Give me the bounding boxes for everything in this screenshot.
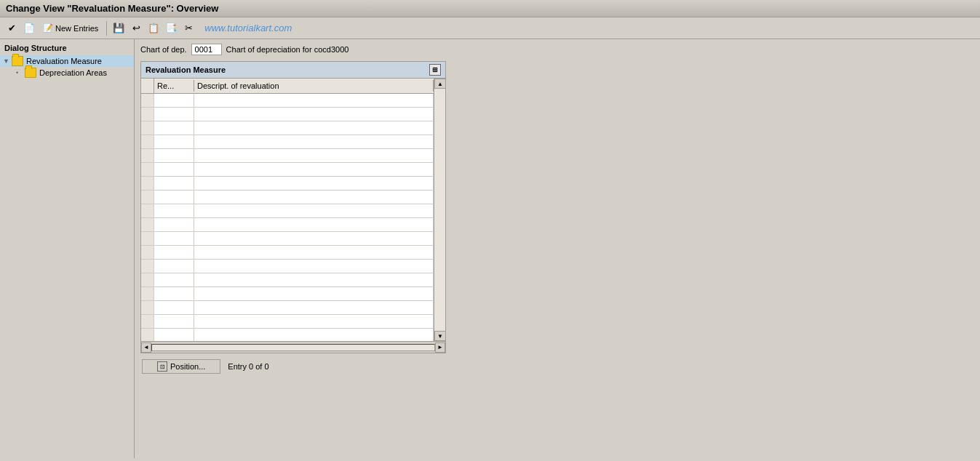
row-cell-re[interactable] (154, 246, 194, 259)
row-selector[interactable] (141, 232, 154, 245)
row-selector[interactable] (141, 273, 154, 286)
row-cell-re[interactable] (154, 218, 194, 231)
row-cell-re[interactable] (154, 108, 194, 121)
row-cell-re[interactable] (154, 121, 194, 135)
check-icon[interactable]: ✔ (4, 21, 19, 36)
paste-icon[interactable]: 📑 (164, 21, 178, 36)
row-selector[interactable] (141, 287, 154, 300)
table-row (141, 329, 434, 341)
save-icon[interactable]: 💾 (111, 21, 126, 36)
row-selector[interactable] (141, 204, 154, 217)
watermark: www.tutorialkart.com (204, 23, 292, 33)
row-cell-desc[interactable] (194, 287, 434, 300)
row-cell-re[interactable] (154, 315, 194, 328)
row-cell-re[interactable] (154, 260, 194, 273)
document-icon[interactable]: 📄 (22, 21, 36, 36)
sidebar: Dialog Structure ▼ Revaluation Measure •… (0, 39, 135, 458)
row-selector[interactable] (141, 191, 154, 204)
row-cell-desc[interactable] (194, 94, 434, 107)
table-row (141, 191, 434, 204)
table-row (141, 108, 434, 121)
hscroll-right-btn[interactable]: ► (435, 342, 445, 353)
row-selector[interactable] (141, 121, 154, 135)
col-header-row: Re... Descript. of revaluation (141, 79, 434, 94)
row-selector[interactable] (141, 135, 154, 148)
sidebar-item-revaluation[interactable]: ▼ Revaluation Measure (0, 55, 134, 67)
table-title-bar: Revaluation Measure ⊞ (141, 62, 445, 79)
row-selector[interactable] (141, 218, 154, 231)
row-selector[interactable] (141, 149, 154, 162)
scroll-down-btn[interactable]: ▼ (434, 331, 446, 341)
position-button-label: Position... (170, 362, 205, 371)
table-row (141, 273, 434, 287)
row-cell-desc[interactable] (194, 315, 434, 328)
row-cell-re[interactable] (154, 273, 194, 286)
row-cell-re[interactable] (154, 287, 194, 300)
revaluation-table: Revaluation Measure ⊞ Re... Descript. of… (140, 61, 446, 353)
row-cell-desc[interactable] (194, 163, 434, 176)
folder-icon-revaluation (12, 56, 23, 66)
vertical-scrollbar[interactable]: ▲ ▼ (434, 79, 445, 341)
hscroll-track[interactable] (151, 344, 435, 351)
row-cell-re[interactable] (154, 177, 194, 190)
row-cell-desc[interactable] (194, 260, 434, 273)
row-cell-desc[interactable] (194, 329, 434, 341)
row-selector[interactable] (141, 246, 154, 259)
row-selector[interactable] (141, 329, 154, 341)
row-cell-desc[interactable] (194, 121, 434, 135)
sidebar-item-depreciation-label: Depreciation Areas (39, 68, 107, 77)
scroll-track-v[interactable] (434, 89, 445, 331)
row-cell-re[interactable] (154, 94, 194, 107)
table-row (141, 177, 434, 191)
row-cell-re[interactable] (154, 204, 194, 217)
folder-icon-depreciation (25, 68, 36, 78)
row-cell-re[interactable] (154, 191, 194, 204)
row-cell-desc[interactable] (194, 246, 434, 259)
copy-icon[interactable]: 📋 (146, 21, 161, 36)
row-cell-desc[interactable] (194, 204, 434, 217)
chart-field[interactable]: 0001 (191, 44, 222, 55)
row-cell-desc[interactable] (194, 218, 434, 231)
row-cell-desc[interactable] (194, 108, 434, 121)
table-row (141, 287, 434, 301)
row-cell-desc[interactable] (194, 301, 434, 314)
row-cell-re[interactable] (154, 232, 194, 245)
new-entries-button[interactable]: 📝 New Entries (39, 22, 102, 34)
row-cell-re[interactable] (154, 163, 194, 176)
row-cell-desc[interactable] (194, 232, 434, 245)
row-selector[interactable] (141, 94, 154, 107)
table-row (141, 246, 434, 260)
page-title: Change View "Revaluation Measure": Overv… (6, 3, 218, 14)
row-selector[interactable] (141, 163, 154, 176)
row-cell-re[interactable] (154, 149, 194, 162)
sidebar-arrow-revaluation: ▼ (3, 57, 10, 65)
row-selector[interactable] (141, 301, 154, 314)
row-cell-re[interactable] (154, 301, 194, 314)
row-selector[interactable] (141, 315, 154, 328)
table-config-icon[interactable]: ⊞ (429, 64, 441, 76)
row-cell-desc[interactable] (194, 191, 434, 204)
row-cell-desc[interactable] (194, 273, 434, 286)
table-row (141, 301, 434, 315)
row-cell-desc[interactable] (194, 149, 434, 162)
scroll-up-btn[interactable]: ▲ (434, 79, 446, 89)
row-cell-desc[interactable] (194, 135, 434, 148)
row-cell-desc[interactable] (194, 177, 434, 190)
delete-icon[interactable]: ✂ (181, 21, 196, 36)
row-selector[interactable] (141, 177, 154, 190)
row-cell-re[interactable] (154, 329, 194, 341)
horizontal-scrollbar[interactable]: ◄ ► (141, 341, 445, 353)
table-body (141, 94, 434, 341)
sidebar-item-depreciation[interactable]: • Depreciation Areas (0, 67, 134, 79)
undo-icon[interactable]: ↩ (129, 21, 143, 36)
table-row (141, 232, 434, 246)
table-row (141, 94, 434, 108)
table-row (141, 135, 434, 149)
row-cell-re[interactable] (154, 135, 194, 148)
row-selector[interactable] (141, 108, 154, 121)
row-selector[interactable] (141, 260, 154, 273)
position-button[interactable]: ⊡ Position... (142, 359, 220, 374)
hscroll-left-btn[interactable]: ◄ (141, 342, 151, 353)
table-row (141, 218, 434, 232)
table-row (141, 204, 434, 218)
